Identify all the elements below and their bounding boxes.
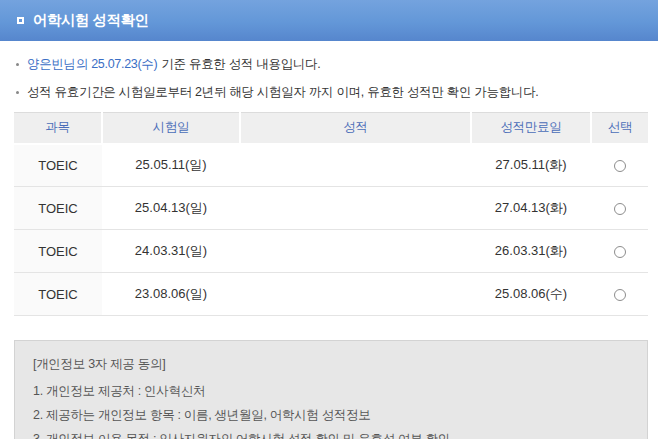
- notice-validity: 양은빈님의 25.07.23(수) 기준 유효한 성적 내용입니다.: [16, 56, 658, 73]
- select-cell: [591, 187, 648, 230]
- column-header-expiry-date: 성적만료일: [471, 113, 591, 144]
- notice-list: 양은빈님의 25.07.23(수) 기준 유효한 성적 내용입니다. 성적 유효…: [0, 41, 658, 101]
- column-header-subject: 과목: [14, 113, 102, 144]
- score-cell: [240, 187, 471, 230]
- page-title: 어학시험 성적확인: [33, 11, 149, 30]
- table-row: TOEIC 25.05.11(일) 27.05.11(화): [14, 144, 648, 187]
- score-table-container: 과목 시험일 성적 성적만료일 선택 TOEIC 25.05.11(일) 27.…: [14, 112, 648, 316]
- subject-cell: TOEIC: [14, 230, 102, 273]
- notice-text: 기준 유효한 성적 내용입니다.: [161, 56, 320, 73]
- notice-expiry-rule: 성적 유효기간은 시험일로부터 2년뒤 해당 시험일자 까지 이며, 유효한 성…: [16, 84, 658, 101]
- select-radio[interactable]: [614, 160, 626, 172]
- expiry-date-cell: 25.08.06(수): [471, 273, 591, 316]
- expiry-date-cell: 26.03.31(화): [471, 230, 591, 273]
- exam-date-cell: 25.04.13(일): [102, 187, 240, 230]
- dot-bullet-icon: [16, 63, 19, 66]
- column-header-score: 성적: [240, 113, 471, 144]
- column-header-select: 선택: [591, 113, 648, 144]
- score-cell: [240, 144, 471, 187]
- consent-item: 3. 개인정보 이용 목적 : 입사지원자의 어학시험 성적 확인 및 유효성 …: [33, 431, 629, 439]
- subject-cell: TOEIC: [14, 273, 102, 316]
- notice-text: 성적 유효기간은 시험일로부터 2년뒤 해당 시험일자 까지 이며, 유효한 성…: [27, 84, 539, 101]
- exam-date-cell: 23.08.06(일): [102, 273, 240, 316]
- score-cell: [240, 230, 471, 273]
- subject-cell: TOEIC: [14, 187, 102, 230]
- exam-date-cell: 24.03.31(일): [102, 230, 240, 273]
- expiry-date-cell: 27.05.11(화): [471, 144, 591, 187]
- select-radio[interactable]: [614, 203, 626, 215]
- dot-bullet-icon: [16, 91, 19, 94]
- privacy-consent-box: [개인정보 3자 제공 동의] 1. 개인정보 제공처 : 인사혁신처 2. 제…: [14, 340, 648, 439]
- table-header-row: 과목 시험일 성적 성적만료일 선택: [14, 113, 648, 144]
- exam-date-cell: 25.05.11(일): [102, 144, 240, 187]
- table-row: TOEIC 23.08.06(일) 25.08.06(수): [14, 273, 648, 316]
- select-radio[interactable]: [614, 289, 626, 301]
- consent-item: 2. 제공하는 개인정보 항목 : 이름, 생년월일, 어학시험 성적정보: [33, 407, 629, 424]
- select-radio[interactable]: [614, 246, 626, 258]
- table-row: TOEIC 25.04.13(일) 27.04.13(화): [14, 187, 648, 230]
- score-cell: [240, 273, 471, 316]
- page-title-bar: 어학시험 성적확인: [0, 0, 658, 41]
- score-table: 과목 시험일 성적 성적만료일 선택 TOEIC 25.05.11(일) 27.…: [14, 112, 648, 316]
- select-cell: [591, 273, 648, 316]
- consent-item: 1. 개인정보 제공처 : 인사혁신처: [33, 383, 629, 400]
- expiry-date-cell: 27.04.13(화): [471, 187, 591, 230]
- column-header-exam-date: 시험일: [102, 113, 240, 144]
- subject-cell: TOEIC: [14, 144, 102, 187]
- select-cell: [591, 144, 648, 187]
- table-row: TOEIC 24.03.31(일) 26.03.31(화): [14, 230, 648, 273]
- notice-user-date: 양은빈님의 25.07.23(수): [27, 56, 157, 73]
- select-cell: [591, 230, 648, 273]
- square-bullet-icon: [17, 17, 24, 24]
- consent-box-title: [개인정보 3자 제공 동의]: [33, 356, 629, 373]
